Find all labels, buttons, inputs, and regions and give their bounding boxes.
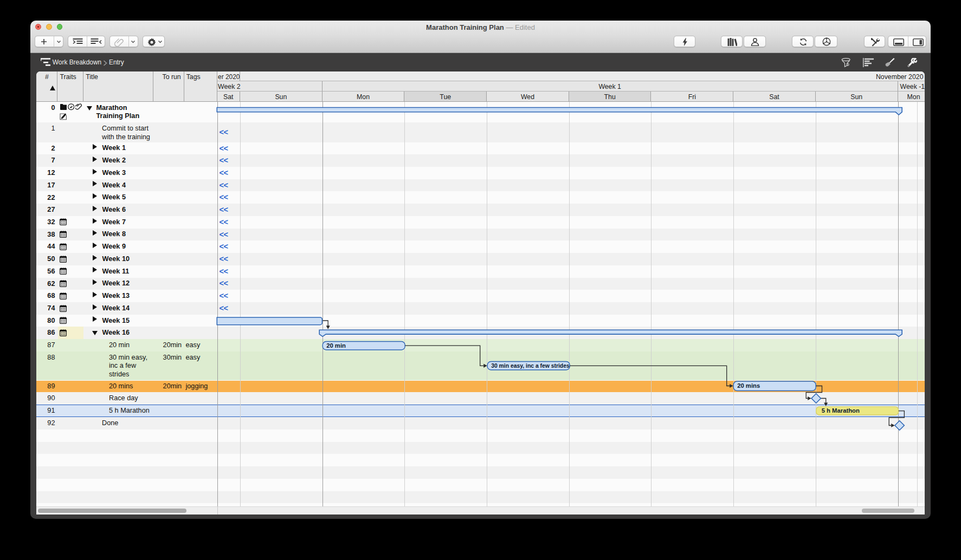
svg-text:20 mins: 20 mins <box>737 382 760 389</box>
svg-text:20 min: 20 min <box>326 342 346 349</box>
svg-text:5 h Marathon: 5 h Marathon <box>822 407 860 414</box>
svg-text:30 min easy, inc a few strides: 30 min easy, inc a few strides <box>491 363 570 369</box>
